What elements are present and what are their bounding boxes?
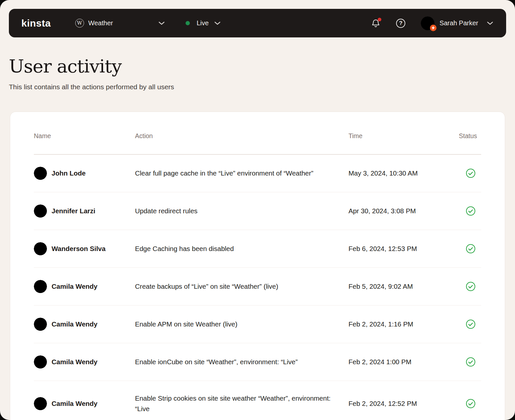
avatar [34, 355, 47, 368]
notification-unread-dot [378, 18, 381, 21]
table-header-row: Name Action Time Status [34, 112, 481, 155]
user-name: Camila Wendy [52, 281, 98, 292]
user-activity-card: Name Action Time Status John Lode Clear … [10, 112, 505, 420]
action-text: Enable Strip cookies on site site weathe… [135, 393, 348, 414]
column-header-action: Action [135, 132, 348, 140]
action-text: Create backups of “Live” on site “Weathe… [135, 281, 348, 292]
table-row: John Lode Clear full page cache in the “… [34, 155, 481, 192]
success-check-icon [466, 206, 476, 216]
avatar [34, 204, 47, 218]
action-text: Enable ionCube on site “Weather”, enviro… [135, 357, 348, 367]
environment-label: Live [197, 19, 209, 27]
navbar-right-group: ? Sarah Parker [371, 16, 493, 30]
user-name: John Lode [52, 168, 86, 178]
action-text: Update redirect rules [135, 206, 348, 216]
avatar [34, 397, 47, 410]
time-text: Feb 2, 2024, 12:52 PM [348, 398, 459, 409]
chevron-down-icon [487, 22, 493, 25]
table-row: Camila Wendy Enable ionCube on site “Wea… [34, 343, 481, 381]
table-row: Camila Wendy Enable Strip cookies on sit… [34, 381, 481, 420]
column-header-name: Name [34, 132, 135, 140]
user-menu[interactable]: Sarah Parker [421, 16, 493, 30]
success-check-icon [466, 244, 476, 254]
success-check-icon [466, 399, 476, 409]
chevron-down-icon [214, 22, 220, 25]
avatar [34, 167, 47, 180]
user-avatar [421, 16, 435, 30]
time-text: Feb 5, 2024, 9:02 AM [348, 281, 459, 292]
action-text: Edge Caching has been disabled [135, 243, 348, 254]
table-row: Camila Wendy Create backups of “Live” on… [34, 268, 481, 305]
column-header-status: Status [459, 132, 482, 140]
time-text: Apr 30, 2024, 3:08 PM [348, 206, 459, 216]
time-text: May 3, 2024, 10:30 AM [348, 168, 459, 178]
table-row: Wanderson Silva Edge Caching has been di… [34, 230, 481, 268]
wordpress-icon: W [75, 19, 84, 28]
success-check-icon [466, 282, 476, 291]
user-name: Camila Wendy [52, 398, 98, 409]
time-text: Feb 2, 2024 1:00 PM [348, 357, 459, 367]
avatar [34, 280, 47, 293]
user-name: Sarah Parker [439, 19, 478, 27]
user-name: Camila Wendy [52, 357, 98, 367]
chevron-down-icon [159, 22, 165, 25]
app-page: kinsta W Weather Live ? [0, 0, 515, 420]
notifications-button[interactable] [371, 19, 380, 28]
page-title: User activity [9, 56, 122, 77]
environment-status-dot [186, 21, 190, 25]
time-text: Feb 2, 2024, 1:16 PM [348, 319, 459, 329]
site-selector-label: Weather [88, 19, 159, 27]
page-subtitle: This list contains all the actions perfo… [9, 83, 174, 91]
success-check-icon [466, 357, 476, 367]
success-check-icon [466, 319, 476, 329]
site-selector-dropdown[interactable]: W Weather [75, 19, 165, 28]
table-row: Camila Wendy Enable APM on site Weather … [34, 305, 481, 343]
user-name: Wanderson Silva [52, 243, 105, 254]
environment-selector-dropdown[interactable]: Live [186, 19, 221, 27]
help-button[interactable]: ? [396, 19, 405, 28]
table-row: Jennifer Larzi Update redirect rules Apr… [34, 192, 481, 230]
time-text: Feb 6, 2024, 12:53 PM [348, 243, 459, 254]
user-name: Jennifer Larzi [52, 206, 95, 216]
kinsta-logo: kinsta [21, 18, 51, 29]
action-text: Clear full page cache in the “Live” envi… [135, 168, 348, 178]
column-header-time: Time [348, 132, 459, 140]
avatar [34, 242, 47, 255]
top-navbar: kinsta W Weather Live ? [9, 9, 506, 37]
avatar [34, 318, 47, 331]
action-text: Enable APM on site Weather (live) [135, 319, 348, 329]
lightning-badge-icon [430, 25, 437, 31]
success-check-icon [466, 168, 476, 178]
user-name: Camila Wendy [52, 319, 98, 329]
